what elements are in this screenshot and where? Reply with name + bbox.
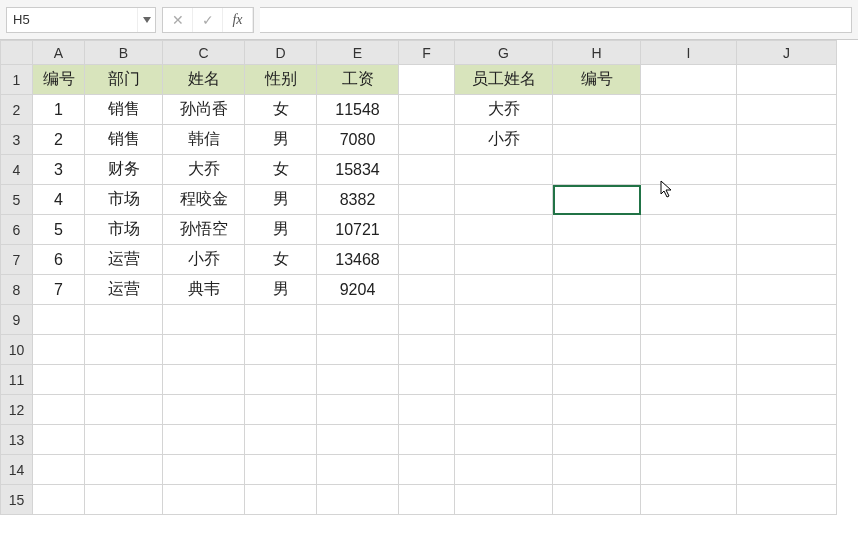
cell-I15[interactable] [641,485,737,515]
cell-F12[interactable] [399,395,455,425]
cell-D9[interactable] [245,305,317,335]
grid[interactable]: A B C D E F G H I J 1编号部门姓名性别工资员工姓名编号21销… [0,40,837,515]
cell-E11[interactable] [317,365,399,395]
name-box-dropdown[interactable] [137,8,155,32]
cell-C6[interactable]: 孙悟空 [163,215,245,245]
insert-function-button[interactable]: fx [223,8,253,32]
cell-I1[interactable] [641,65,737,95]
cell-I11[interactable] [641,365,737,395]
cell-E8[interactable]: 9204 [317,275,399,305]
cell-C11[interactable] [163,365,245,395]
cell-B9[interactable] [85,305,163,335]
cell-C7[interactable]: 小乔 [163,245,245,275]
cell-B13[interactable] [85,425,163,455]
cell-E1[interactable]: 工资 [317,65,399,95]
cell-A12[interactable] [33,395,85,425]
cell-F10[interactable] [399,335,455,365]
cell-A2[interactable]: 1 [33,95,85,125]
row-head-4[interactable]: 4 [1,155,33,185]
cell-A5[interactable]: 4 [33,185,85,215]
cell-B3[interactable]: 销售 [85,125,163,155]
row-head-8[interactable]: 8 [1,275,33,305]
cell-F9[interactable] [399,305,455,335]
cell-G4[interactable] [455,155,553,185]
cell-A11[interactable] [33,365,85,395]
cell-I10[interactable] [641,335,737,365]
cell-J13[interactable] [737,425,837,455]
cell-A8[interactable]: 7 [33,275,85,305]
cell-E10[interactable] [317,335,399,365]
cell-B15[interactable] [85,485,163,515]
cell-D15[interactable] [245,485,317,515]
cell-B2[interactable]: 销售 [85,95,163,125]
cell-J12[interactable] [737,395,837,425]
cell-A7[interactable]: 6 [33,245,85,275]
cell-G13[interactable] [455,425,553,455]
cell-J1[interactable] [737,65,837,95]
cell-H1[interactable]: 编号 [553,65,641,95]
cell-D1[interactable]: 性别 [245,65,317,95]
col-head-J[interactable]: J [737,41,837,65]
cell-C3[interactable]: 韩信 [163,125,245,155]
cell-E5[interactable]: 8382 [317,185,399,215]
cell-C8[interactable]: 典韦 [163,275,245,305]
cell-H3[interactable] [553,125,641,155]
cell-G8[interactable] [455,275,553,305]
cell-B1[interactable]: 部门 [85,65,163,95]
cell-H15[interactable] [553,485,641,515]
cell-H6[interactable] [553,215,641,245]
cell-E13[interactable] [317,425,399,455]
cell-I7[interactable] [641,245,737,275]
cell-G10[interactable] [455,335,553,365]
cell-J8[interactable] [737,275,837,305]
cell-G7[interactable] [455,245,553,275]
cell-F11[interactable] [399,365,455,395]
col-head-B[interactable]: B [85,41,163,65]
cell-D2[interactable]: 女 [245,95,317,125]
cell-A10[interactable] [33,335,85,365]
cell-D13[interactable] [245,425,317,455]
cell-F2[interactable] [399,95,455,125]
cell-H7[interactable] [553,245,641,275]
row-head-12[interactable]: 12 [1,395,33,425]
cell-J2[interactable] [737,95,837,125]
cell-J5[interactable] [737,185,837,215]
cell-E12[interactable] [317,395,399,425]
col-head-I[interactable]: I [641,41,737,65]
cell-C2[interactable]: 孙尚香 [163,95,245,125]
cell-I8[interactable] [641,275,737,305]
row-head-2[interactable]: 2 [1,95,33,125]
col-head-D[interactable]: D [245,41,317,65]
cell-D7[interactable]: 女 [245,245,317,275]
cell-H14[interactable] [553,455,641,485]
cell-H2[interactable] [553,95,641,125]
row-head-5[interactable]: 5 [1,185,33,215]
formula-input[interactable] [260,7,852,33]
cell-C15[interactable] [163,485,245,515]
cell-C13[interactable] [163,425,245,455]
cell-I4[interactable] [641,155,737,185]
cell-I3[interactable] [641,125,737,155]
cell-A13[interactable] [33,425,85,455]
cell-H13[interactable] [553,425,641,455]
cell-J11[interactable] [737,365,837,395]
cell-G2[interactable]: 大乔 [455,95,553,125]
row-head-11[interactable]: 11 [1,365,33,395]
row-head-1[interactable]: 1 [1,65,33,95]
cell-I12[interactable] [641,395,737,425]
cell-J3[interactable] [737,125,837,155]
row-head-3[interactable]: 3 [1,125,33,155]
cell-B11[interactable] [85,365,163,395]
cell-C1[interactable]: 姓名 [163,65,245,95]
row-head-10[interactable]: 10 [1,335,33,365]
cell-G1[interactable]: 员工姓名 [455,65,553,95]
col-head-C[interactable]: C [163,41,245,65]
cell-J14[interactable] [737,455,837,485]
cell-G11[interactable] [455,365,553,395]
cell-C5[interactable]: 程咬金 [163,185,245,215]
cell-A1[interactable]: 编号 [33,65,85,95]
row-head-13[interactable]: 13 [1,425,33,455]
cell-D8[interactable]: 男 [245,275,317,305]
cell-H5[interactable] [553,185,641,215]
cell-E2[interactable]: 11548 [317,95,399,125]
